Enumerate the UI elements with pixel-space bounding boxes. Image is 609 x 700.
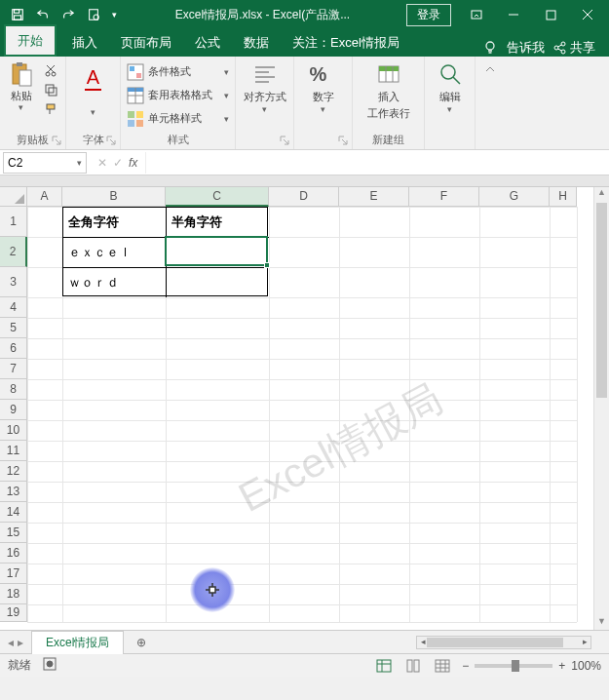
svg-rect-20 — [49, 88, 57, 96]
dialog-launcher-icon[interactable] — [51, 135, 62, 146]
share-button[interactable]: 共享 — [552, 39, 595, 57]
font-button[interactable]: A — [76, 60, 111, 96]
table-format-button[interactable]: 套用表格格式▾ — [127, 84, 229, 106]
zoom-slider[interactable] — [475, 664, 552, 668]
new-sheet-button[interactable]: ⊕ — [130, 633, 153, 652]
svg-rect-1 — [15, 10, 19, 14]
insert-cells-button[interactable]: 插入 工作表行 — [367, 60, 410, 121]
row-header-17[interactable]: 17 — [0, 564, 27, 584]
close-button[interactable] — [570, 2, 605, 27]
cell-styles-button[interactable]: 单元格样式▾ — [127, 107, 229, 130]
row-header-7[interactable]: 7 — [0, 359, 27, 379]
collapse-ribbon-button[interactable] — [476, 57, 505, 149]
page-layout-view-button[interactable] — [403, 657, 423, 675]
redo-dropdown[interactable] — [57, 3, 80, 26]
format-painter-button[interactable] — [40, 99, 61, 119]
dialog-launcher-icon[interactable] — [337, 135, 349, 146]
print-preview-button[interactable] — [82, 3, 105, 26]
formula-input[interactable] — [145, 152, 609, 174]
scroll-up-icon[interactable]: ▲ — [594, 187, 609, 201]
name-box[interactable]: C2 ▾ — [3, 152, 87, 174]
row-header-11[interactable]: 11 — [0, 441, 27, 461]
tab-insert[interactable]: 插入 — [60, 28, 109, 57]
tab-formulas[interactable]: 公式 — [183, 28, 232, 57]
paste-button[interactable]: 粘贴 ▾ — [5, 60, 38, 119]
minimize-button[interactable] — [496, 2, 531, 27]
svg-rect-30 — [136, 111, 143, 118]
tell-me[interactable]: 告诉我 — [507, 39, 545, 57]
col-header-C[interactable]: C — [166, 187, 269, 207]
zoom-in-button[interactable]: + — [558, 659, 565, 673]
normal-view-button[interactable] — [374, 657, 394, 675]
maximize-button[interactable] — [533, 2, 568, 27]
alignment-button[interactable]: 对齐方式▾ — [244, 60, 286, 114]
dialog-launcher-icon[interactable] — [279, 135, 290, 146]
col-header-G[interactable]: G — [479, 187, 550, 207]
dropdown-icon[interactable]: ▾ — [77, 158, 82, 168]
row-header-13[interactable]: 13 — [0, 482, 27, 502]
tab-data[interactable]: 数据 — [232, 28, 281, 57]
col-header-D[interactable]: D — [269, 187, 339, 207]
scroll-down-icon[interactable]: ▼ — [594, 616, 609, 630]
dropdown-icon[interactable]: ▾ — [91, 107, 95, 117]
login-button[interactable]: 登录 — [406, 4, 451, 26]
col-header-A[interactable]: A — [27, 187, 62, 207]
row-headers[interactable]: 12345678910111213141516171819 — [0, 207, 27, 622]
sheet-tab[interactable]: Excel情报局 — [31, 631, 124, 654]
row-header-2[interactable]: 2 — [0, 237, 27, 267]
conditional-format-button[interactable]: 条件格式▾ — [127, 60, 229, 83]
horizontal-scrollbar[interactable]: ◂ ▸ — [416, 636, 591, 649]
zoom-control[interactable]: − + 100% — [462, 659, 601, 673]
cells-area[interactable]: 全角字符半角字符ｅｘｃｅｌｗｏｒｄ — [27, 207, 577, 622]
scroll-thumb[interactable] — [427, 638, 563, 647]
tab-home[interactable]: 开始 — [4, 24, 57, 57]
row-header-18[interactable]: 18 — [0, 584, 27, 604]
row-header-4[interactable]: 4 — [0, 297, 27, 318]
svg-rect-32 — [136, 120, 143, 127]
row-header-3[interactable]: 3 — [0, 267, 27, 297]
scroll-thumb[interactable] — [596, 203, 607, 398]
editing-button[interactable]: 编辑▾ — [437, 60, 464, 114]
copy-button[interactable] — [40, 80, 61, 99]
row-header-19[interactable]: 19 — [0, 604, 27, 622]
row-header-15[interactable]: 15 — [0, 523, 27, 543]
cut-button[interactable] — [40, 60, 61, 80]
vertical-scrollbar[interactable]: ▲ ▼ — [593, 187, 609, 630]
qat-customize[interactable]: ▾ — [107, 3, 121, 26]
tab-layout[interactable]: 页面布局 — [109, 28, 183, 57]
ribbon-options-button[interactable] — [459, 2, 494, 27]
zoom-out-button[interactable]: − — [462, 659, 469, 673]
sheet-nav[interactable]: ◂▸ — [0, 636, 31, 649]
number-format-button[interactable]: % 数字▾ — [310, 60, 337, 114]
tab-attention[interactable]: 关注：Excel情报局 — [281, 28, 411, 57]
row-header-6[interactable]: 6 — [0, 338, 27, 359]
macro-record-button[interactable] — [43, 657, 57, 674]
insert-function-button[interactable]: fx — [129, 156, 137, 170]
col-header-F[interactable]: F — [409, 187, 479, 207]
worksheet-grid[interactable]: ABCDEFGH 12345678910111213141516171819 全… — [0, 187, 609, 630]
scroll-right-icon[interactable]: ▸ — [579, 637, 590, 648]
dialog-launcher-icon[interactable] — [105, 135, 117, 146]
row-header-10[interactable]: 10 — [0, 420, 27, 441]
row-header-8[interactable]: 8 — [0, 379, 27, 400]
col-header-H[interactable]: H — [550, 187, 577, 207]
select-all-button[interactable] — [0, 187, 27, 207]
active-cell[interactable] — [165, 236, 268, 266]
row-header-16[interactable]: 16 — [0, 543, 27, 564]
sheet-tab-bar: ◂▸ Excel情报局 ⊕ ◂ ▸ — [0, 630, 609, 653]
column-headers[interactable]: ABCDEFGH — [27, 187, 577, 207]
row-header-9[interactable]: 9 — [0, 400, 27, 420]
page-break-view-button[interactable] — [433, 657, 452, 675]
col-header-E[interactable]: E — [339, 187, 409, 207]
quick-access-toolbar: ▾ — [0, 3, 127, 26]
row-header-12[interactable]: 12 — [0, 461, 27, 482]
fill-handle[interactable] — [264, 262, 270, 268]
undo-button[interactable] — [31, 3, 55, 26]
save-button[interactable] — [6, 3, 29, 26]
svg-point-41 — [441, 65, 455, 79]
row-header-5[interactable]: 5 — [0, 318, 27, 338]
col-header-B[interactable]: B — [62, 187, 166, 207]
lightbulb-icon[interactable] — [481, 39, 499, 57]
row-header-1[interactable]: 1 — [0, 207, 27, 237]
row-header-14[interactable]: 14 — [0, 502, 27, 523]
